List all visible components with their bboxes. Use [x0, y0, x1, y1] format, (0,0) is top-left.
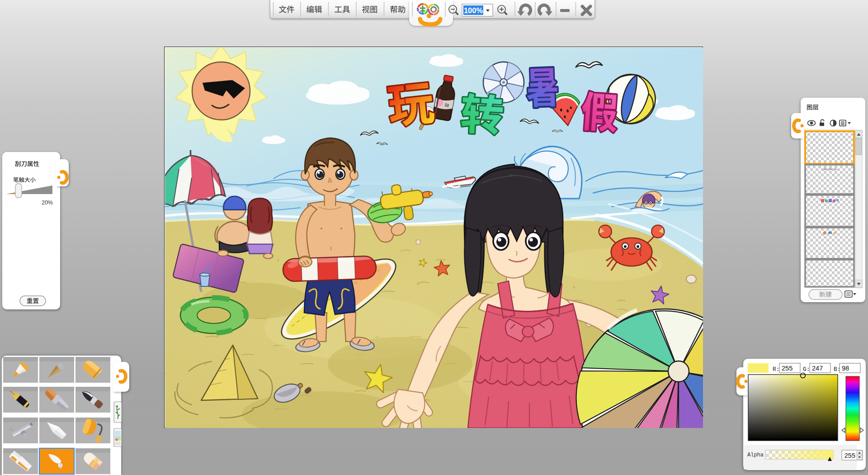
- svg-text:G:: G:: [803, 366, 810, 373]
- svg-text:255: 255: [844, 452, 855, 459]
- svg-text:98: 98: [842, 365, 849, 372]
- svg-text:247: 247: [812, 365, 823, 372]
- svg-text:R:: R:: [773, 366, 780, 373]
- svg-text:20%: 20%: [42, 200, 53, 206]
- svg-text:Alpha: Alpha: [747, 452, 764, 458]
- svg-text:100%: 100%: [464, 6, 483, 14]
- svg-text:255: 255: [782, 365, 793, 372]
